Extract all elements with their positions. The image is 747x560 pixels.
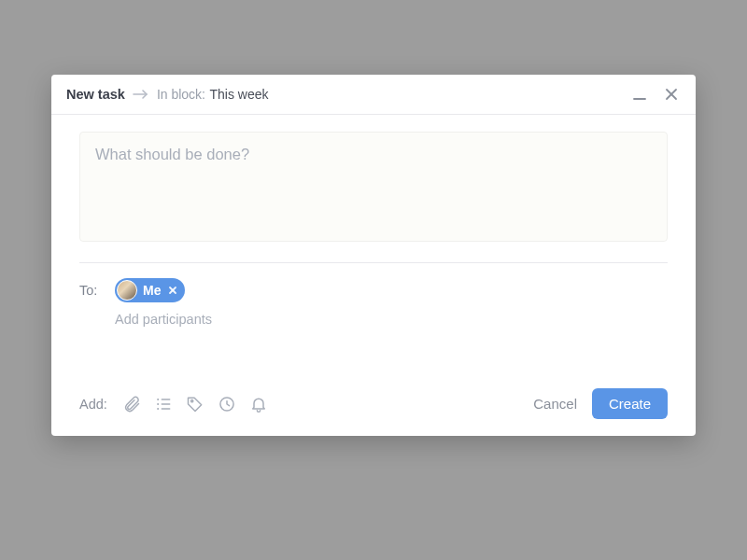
- modal-body: To: Me Add participants: [51, 115, 696, 343]
- svg-point-12: [190, 399, 192, 401]
- time-icon[interactable]: [218, 395, 236, 413]
- avatar: [117, 280, 137, 301]
- modal-header: New task In block: This week: [51, 75, 696, 115]
- new-task-modal: New task In block: This week: [51, 75, 696, 436]
- divider: [79, 262, 668, 263]
- svg-point-8: [157, 407, 159, 409]
- assignees-label: To:: [79, 283, 107, 298]
- bell-icon[interactable]: [249, 395, 268, 413]
- footer-actions: Cancel Create: [533, 388, 668, 419]
- svg-point-6: [157, 398, 159, 399]
- minimize-icon[interactable]: [632, 88, 647, 101]
- block-label: In block:: [157, 87, 205, 102]
- checklist-icon[interactable]: [154, 395, 173, 413]
- svg-point-7: [157, 402, 159, 404]
- assignee-name: Me: [143, 283, 161, 298]
- block-crumb[interactable]: In block: This week: [157, 86, 269, 103]
- footer-tools: Add:: [79, 395, 268, 413]
- cancel-button[interactable]: Cancel: [533, 396, 577, 412]
- block-name: This week: [209, 87, 268, 102]
- add-label: Add:: [79, 397, 107, 412]
- assignee-chip[interactable]: Me: [115, 278, 185, 302]
- header-controls: [632, 87, 679, 102]
- attachment-icon[interactable]: [122, 395, 141, 413]
- tag-icon[interactable]: [186, 395, 204, 413]
- arrow-right-icon: [133, 89, 149, 100]
- add-participants-hint[interactable]: Add participants: [115, 312, 668, 327]
- create-button[interactable]: Create: [592, 388, 668, 419]
- header-left: New task In block: This week: [66, 86, 269, 103]
- task-title-input[interactable]: [79, 132, 668, 242]
- remove-assignee-icon[interactable]: [168, 286, 177, 295]
- close-icon[interactable]: [664, 87, 679, 102]
- assignees-row: To: Me: [79, 278, 668, 302]
- modal-title: New task: [66, 87, 125, 102]
- modal-footer: Add:: [51, 375, 696, 436]
